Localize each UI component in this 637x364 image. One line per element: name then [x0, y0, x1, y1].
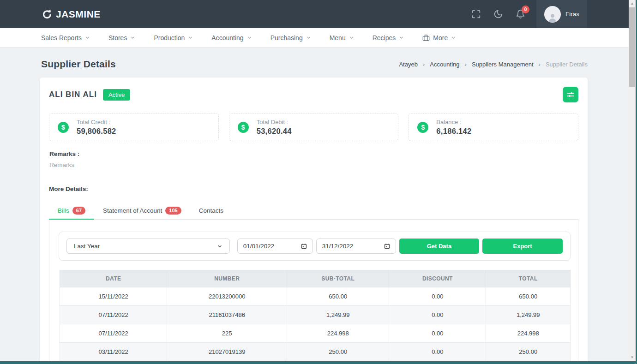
scrollbar-thumb[interactable] [629, 7, 635, 87]
main-content: Supplier Details Atayeb › Accounting › S… [0, 48, 629, 361]
bills-table: DATE NUMBER SUB-TOTAL DISCOUNT TOTAL 15/… [60, 270, 571, 361]
calendar-icon [301, 243, 307, 249]
breadcrumb: Atayeb › Accounting › Suppliers Manageme… [399, 61, 588, 68]
cell-number: 21027019139 [167, 343, 287, 361]
scroll-up-arrow-icon[interactable]: ▲ [629, 0, 636, 7]
cell-sub-total: 250.00 [287, 343, 389, 361]
date-to-value: 31/12/2022 [322, 243, 354, 250]
vertical-scrollbar[interactable]: ▲ ▼ [629, 0, 636, 361]
table-row[interactable]: 07/11/2022 225 224.998 0.00 224.998 [60, 324, 571, 343]
nav-item-menu[interactable]: Menu [330, 34, 354, 42]
detail-tabs: Bills 67 Statement of Account 105 Contac… [49, 203, 578, 220]
chevron-down-icon [451, 35, 456, 40]
nav-label: More [433, 34, 448, 42]
nav-item-accounting[interactable]: Accounting [211, 34, 252, 42]
cell-date: 07/11/2022 [60, 324, 167, 343]
dollar-circle-icon: $ [417, 122, 428, 133]
nav-item-more[interactable]: More [422, 34, 456, 42]
tab-contacts[interactable]: Contacts [190, 203, 232, 219]
bills-tab-content: Last Year 01/01/2022 31/12/2022 Get Data… [49, 220, 578, 361]
notifications-bell-icon[interactable]: 0 [516, 9, 525, 19]
breadcrumb-separator: › [423, 61, 425, 68]
cell-discount: 0.00 [389, 287, 486, 306]
chevron-down-icon [85, 35, 90, 40]
total-credit-card: $ Total Credit : 59,806.582 [49, 113, 219, 141]
nav-label: Accounting [211, 34, 243, 42]
nav-item-purchasing[interactable]: Purchasing [270, 34, 311, 42]
nav-label: Purchasing [270, 34, 303, 42]
balance-label: Balance : [436, 119, 471, 125]
status-badge: Active [103, 89, 130, 101]
nav-label: Production [154, 34, 185, 42]
cell-number: 225 [167, 324, 287, 343]
total-credit-value: 59,806.582 [77, 127, 116, 136]
cell-discount: 0.00 [389, 343, 486, 361]
date-from-input[interactable]: 01/01/2022 [237, 239, 313, 254]
cell-total: 1,249.99 [486, 306, 571, 324]
chevron-down-icon [247, 35, 252, 40]
cell-date: 15/11/2022 [60, 287, 167, 306]
total-debit-label: Total Debit : [257, 119, 292, 125]
jasmine-logo-icon [42, 9, 52, 19]
nav-label: Sales Reports [41, 34, 82, 42]
nav-item-production[interactable]: Production [154, 34, 193, 42]
column-header-sub-total[interactable]: SUB-TOTAL [287, 270, 389, 287]
tab-bills[interactable]: Bills 67 [49, 203, 94, 219]
period-select[interactable]: Last Year [66, 239, 230, 254]
period-select-value: Last Year [74, 243, 100, 250]
column-header-total[interactable]: TOTAL [486, 270, 571, 287]
tab-bills-label: Bills [58, 207, 69, 214]
breadcrumb-item-suppliers-management[interactable]: Suppliers Management [472, 61, 534, 68]
sliders-icon [566, 90, 575, 99]
export-button[interactable]: Export [482, 239, 563, 254]
table-row[interactable]: 07/11/2022 21161037486 1,249.99 0.00 1,2… [60, 306, 571, 324]
user-menu[interactable]: Firas [536, 0, 587, 28]
nav-label: Menu [330, 34, 346, 42]
table-row[interactable]: 03/11/2022 21027019139 250.00 0.00 250.0… [60, 343, 571, 361]
nav-item-stores[interactable]: Stores [108, 34, 135, 42]
brand-name: JASMINE [56, 9, 101, 20]
breadcrumb-item-atayeb[interactable]: Atayeb [399, 61, 417, 68]
scroll-down-arrow-icon[interactable]: ▼ [629, 354, 636, 361]
dark-mode-moon-icon[interactable] [493, 9, 503, 19]
date-to-input[interactable]: 31/12/2022 [316, 239, 396, 254]
chevron-down-icon [306, 35, 311, 40]
nav-label: Recipes [373, 34, 396, 42]
chevron-down-icon [188, 35, 193, 40]
tab-bills-count-badge: 67 [72, 207, 85, 215]
cell-date: 03/11/2022 [60, 343, 167, 361]
cell-number: 21161037486 [167, 306, 287, 324]
cell-sub-total: 650.00 [287, 287, 389, 306]
cell-sub-total: 224.998 [287, 324, 389, 343]
column-header-discount[interactable]: DISCOUNT [389, 270, 486, 287]
user-name: Firas [565, 11, 579, 18]
filter-settings-button[interactable] [563, 87, 578, 102]
user-avatar [544, 6, 561, 23]
nav-item-recipes[interactable]: Recipes [373, 34, 404, 42]
brand-logo[interactable]: JASMINE [42, 9, 101, 20]
fullscreen-icon[interactable] [471, 9, 481, 19]
supplier-name: ALI BIN ALI [49, 90, 97, 99]
cell-date: 07/11/2022 [60, 306, 167, 324]
breadcrumb-item-accounting[interactable]: Accounting [430, 61, 459, 68]
cell-total: 650.00 [486, 287, 571, 306]
main-nav: Sales Reports Stores Production Accounti… [0, 28, 629, 48]
briefcase-icon [422, 34, 430, 42]
cell-discount: 0.00 [389, 324, 486, 343]
breadcrumb-separator: › [539, 61, 541, 68]
breadcrumb-separator: › [465, 61, 467, 68]
supplier-card: ALI BIN ALI Active $ Total Credit : 59,8… [40, 78, 588, 361]
total-debit-value: 53,620.44 [257, 127, 292, 136]
table-row[interactable]: 15/11/2022 22013200000 650.00 0.00 650.0… [60, 287, 571, 306]
remarks-value: Remarks [49, 161, 578, 168]
window-frame-bottom [0, 361, 637, 364]
chevron-down-icon [130, 35, 135, 40]
tab-statement-of-account[interactable]: Statement of Account 105 [94, 203, 190, 219]
column-header-date[interactable]: DATE [60, 270, 167, 287]
cell-sub-total: 1,249.99 [287, 306, 389, 324]
nav-item-sales-reports[interactable]: Sales Reports [41, 34, 90, 42]
table-header-row: DATE NUMBER SUB-TOTAL DISCOUNT TOTAL [60, 270, 571, 287]
get-data-button[interactable]: Get Data [399, 239, 480, 254]
column-header-number[interactable]: NUMBER [167, 270, 287, 287]
tab-statement-count-badge: 105 [165, 207, 181, 215]
